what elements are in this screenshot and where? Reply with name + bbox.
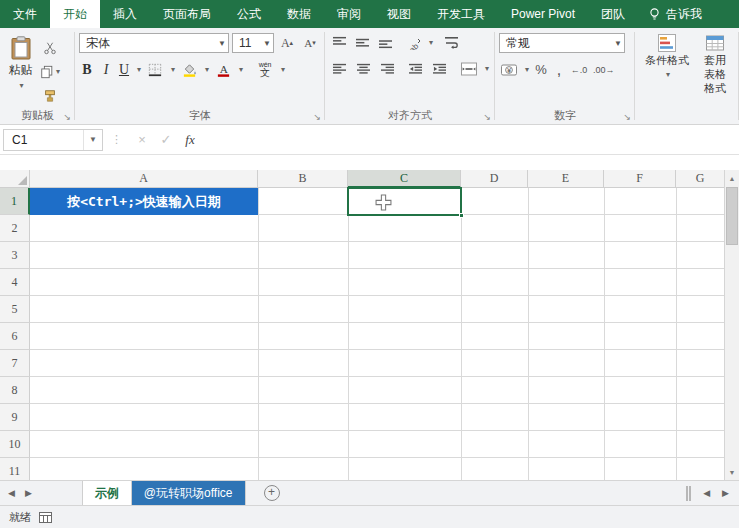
increase-indent-icon[interactable] — [429, 59, 449, 78]
column-header-e[interactable]: E — [528, 170, 604, 188]
column-header-d[interactable]: D — [461, 170, 528, 188]
cancel-icon[interactable]: × — [130, 132, 154, 147]
tab-splitter-handle[interactable] — [686, 486, 691, 501]
new-sheet-button[interactable]: + — [264, 485, 280, 501]
merge-dropdown-arrow[interactable]: ▾ — [485, 64, 489, 73]
font-size-combo[interactable]: 11 ▼ — [232, 33, 274, 53]
format-painter-icon[interactable] — [40, 86, 60, 105]
vertical-scrollbar[interactable]: ▲ ▼ — [724, 170, 739, 480]
align-top-icon[interactable] — [329, 33, 349, 52]
accounting-format-icon[interactable]: ¥ — [499, 60, 519, 79]
percent-style-button[interactable]: % — [533, 60, 549, 79]
accounting-dropdown-arrow[interactable]: ▾ — [525, 65, 529, 74]
tab-team[interactable]: 团队 — [588, 0, 638, 28]
scroll-down-icon[interactable]: ▼ — [725, 464, 739, 480]
decrease-font-size-icon[interactable]: A▾ — [300, 34, 320, 53]
orientation-dropdown-arrow[interactable]: ▾ — [429, 38, 433, 47]
sheet-tab-shili[interactable]: 示例 — [82, 481, 132, 505]
underline-dropdown-arrow[interactable]: ▾ — [137, 65, 141, 74]
underline-button[interactable]: U — [117, 60, 131, 79]
format-as-table-button[interactable]: 套用 表格格式 — [695, 32, 735, 108]
row-header-2[interactable]: 2 — [0, 215, 30, 242]
copy-icon[interactable]: ▾ — [40, 62, 60, 81]
borders-dropdown-arrow[interactable]: ▾ — [171, 65, 175, 74]
column-header-f[interactable]: F — [604, 170, 676, 188]
number-dialog-launcher-icon[interactable]: ↘ — [623, 113, 631, 122]
scroll-up-icon[interactable]: ▲ — [725, 170, 739, 186]
decrease-indent-icon[interactable] — [405, 59, 425, 78]
tell-me-box[interactable]: 告诉我 — [638, 0, 712, 28]
cell-a1[interactable]: 按<Ctrl+;>快速输入日期 — [30, 188, 258, 215]
column-header-c[interactable]: C — [348, 170, 461, 188]
paste-dropdown-arrow[interactable]: ▾ — [19, 81, 23, 90]
formula-input[interactable] — [202, 129, 739, 151]
cut-icon[interactable] — [40, 38, 60, 57]
tab-power-pivot[interactable]: Power Pivot — [498, 0, 588, 28]
fill-color-icon[interactable] — [179, 60, 199, 79]
selected-cell-c1[interactable] — [347, 187, 462, 216]
row-header-3[interactable]: 3 — [0, 242, 30, 269]
fill-handle[interactable] — [459, 213, 464, 218]
borders-icon[interactable] — [145, 60, 165, 79]
font-name-combo[interactable]: 宋体 ▼ — [79, 33, 229, 53]
column-header-a[interactable]: A — [30, 170, 258, 188]
alignment-dialog-launcher-icon[interactable]: ↘ — [483, 113, 491, 122]
column-header-b[interactable]: B — [258, 170, 348, 188]
align-left-icon[interactable] — [329, 59, 349, 78]
font-dialog-launcher-icon[interactable]: ↘ — [313, 113, 321, 122]
tab-developer[interactable]: 开发工具 — [424, 0, 498, 28]
tab-insert[interactable]: 插入 — [100, 0, 150, 28]
vertical-scrollbar-thumb[interactable] — [726, 187, 738, 245]
scroll-left-icon[interactable]: ◀ — [703, 488, 710, 498]
paste-button[interactable]: 粘贴 ▾ — [4, 31, 37, 108]
row-header-10[interactable]: 10 — [0, 431, 30, 458]
row-header-1[interactable]: 1 — [0, 188, 30, 215]
align-center-icon[interactable] — [353, 59, 373, 78]
wrap-text-icon[interactable] — [442, 33, 462, 52]
row-header-7[interactable]: 7 — [0, 350, 30, 377]
align-middle-icon[interactable] — [352, 33, 372, 52]
bold-button[interactable]: B — [79, 60, 95, 79]
comma-style-button[interactable]: , — [553, 60, 565, 79]
row-header-4[interactable]: 4 — [0, 269, 30, 296]
worksheet-grid[interactable]: 1 2 3 4 5 6 7 8 9 10 11 按<Ctrl+;>快速输入日期 — [0, 188, 724, 480]
row-header-8[interactable]: 8 — [0, 377, 30, 404]
tab-view[interactable]: 视图 — [374, 0, 424, 28]
formula-bar-resize-handle[interactable]: ⋮ — [103, 133, 130, 146]
increase-font-size-icon[interactable]: A▴ — [277, 34, 297, 53]
font-color-icon[interactable]: A — [213, 60, 233, 79]
decrease-decimal-button[interactable]: .00→ — [593, 60, 615, 79]
align-bottom-icon[interactable] — [375, 33, 395, 52]
font-color-dropdown-arrow[interactable]: ▾ — [239, 65, 243, 74]
merge-center-icon[interactable] — [459, 59, 479, 78]
column-header-g[interactable]: G — [676, 170, 724, 188]
row-header-6[interactable]: 6 — [0, 323, 30, 350]
scroll-right-icon[interactable]: ▶ — [722, 488, 729, 498]
increase-decimal-button[interactable]: ←.0 — [569, 60, 589, 79]
insert-function-icon[interactable]: fx — [178, 132, 202, 148]
italic-button[interactable]: I — [99, 60, 113, 79]
number-format-combo[interactable]: 常规 ▼ — [499, 33, 625, 53]
sheet-tab-office[interactable]: @玩转职场office — [132, 481, 246, 505]
sheet-next-icon[interactable]: ▶ — [25, 488, 32, 498]
tab-home[interactable]: 开始 — [50, 0, 100, 28]
sheet-prev-icon[interactable]: ◀ — [8, 488, 15, 498]
orientation-icon[interactable]: ab — [404, 33, 424, 52]
cells-area[interactable]: 按<Ctrl+;>快速输入日期 — [30, 188, 724, 480]
tab-review[interactable]: 审阅 — [324, 0, 374, 28]
align-right-icon[interactable] — [377, 59, 397, 78]
select-all-corner[interactable] — [0, 170, 30, 188]
tab-formulas[interactable]: 公式 — [224, 0, 274, 28]
conditional-formatting-button[interactable]: 条件格式 ▾ — [639, 32, 695, 108]
row-header-9[interactable]: 9 — [0, 404, 30, 431]
phonetic-guide-icon[interactable]: wén 文 — [255, 60, 275, 79]
row-header-5[interactable]: 5 — [0, 296, 30, 323]
name-box[interactable]: C1 ▼ — [3, 129, 103, 151]
clipboard-dialog-launcher-icon[interactable]: ↘ — [63, 113, 71, 122]
phonetic-dropdown-arrow[interactable]: ▾ — [281, 65, 285, 74]
macro-record-icon[interactable] — [39, 512, 52, 523]
tab-data[interactable]: 数据 — [274, 0, 324, 28]
tab-file[interactable]: 文件 — [0, 0, 50, 28]
tab-page-layout[interactable]: 页面布局 — [150, 0, 224, 28]
enter-icon[interactable]: ✓ — [154, 132, 178, 147]
